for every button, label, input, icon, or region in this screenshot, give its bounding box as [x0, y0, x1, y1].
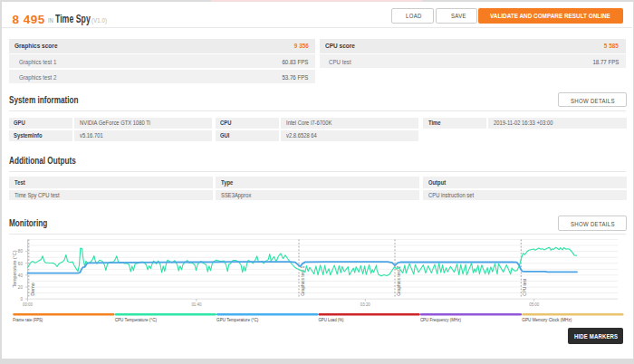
svg-text:GPU Temperature (°C): GPU Temperature (°C) [216, 317, 258, 322]
svg-text:0: 0 [20, 296, 23, 302]
svg-text:80: 80 [18, 248, 23, 254]
svg-text:CPU test: CPU test [522, 278, 527, 295]
svg-text:GPU Load (%): GPU Load (%) [319, 317, 344, 322]
svg-text:00:00: 00:00 [23, 302, 33, 307]
svg-text:Temperature (°C): Temperature (°C) [12, 250, 17, 287]
svg-text:Frame rate (FPS): Frame rate (FPS) [13, 317, 43, 322]
svg-text:20: 20 [18, 284, 23, 290]
svg-text:CPU Temperature (°C): CPU Temperature (°C) [115, 317, 157, 322]
svg-text:CPU Frequency (MHz): CPU Frequency (MHz) [420, 317, 461, 322]
svg-text:01:40: 01:40 [191, 302, 201, 307]
svg-text:60: 60 [18, 261, 23, 266]
svg-text:Demo: Demo [30, 283, 35, 296]
svg-text:40: 40 [18, 273, 23, 278]
svg-text:GPU Memory Clock (MHz): GPU Memory Clock (MHz) [522, 317, 572, 322]
svg-text:05:00: 05:00 [529, 302, 539, 307]
svg-text:03:20: 03:20 [360, 302, 370, 307]
